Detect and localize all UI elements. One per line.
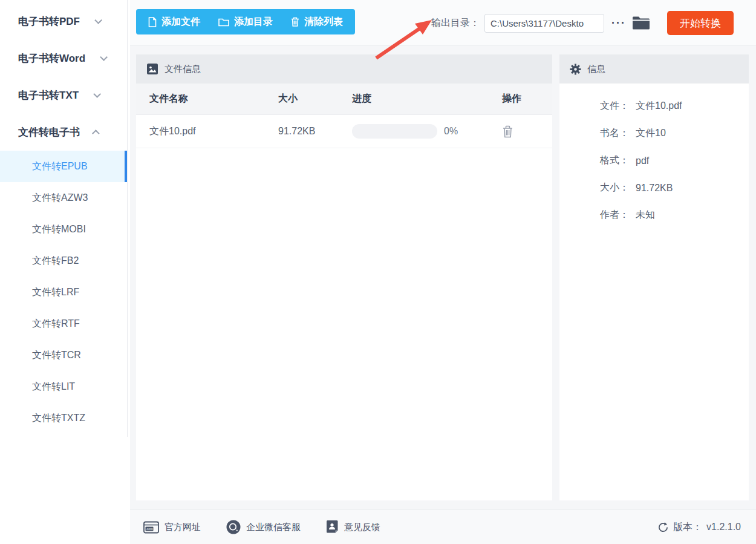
sidebar-item-label: 文件转LIT	[32, 381, 75, 393]
info-value: pdf	[636, 156, 649, 166]
sidebar-group-label: 电子书转Word	[18, 51, 85, 65]
info-label: 大小：	[559, 182, 629, 194]
sidebar: 电子书转PDF 电子书转Word 电子书转TXT 文件转电子书 文件转EPUB …	[0, 0, 130, 544]
chevron-down-icon	[93, 90, 101, 98]
toolbar: 添加文件 添加目录 清除列表 输出目录： ···	[130, 0, 756, 46]
image-icon	[146, 63, 158, 75]
file-name-cell: 文件10.pdf	[149, 125, 278, 138]
sidebar-divider	[127, 0, 128, 437]
sidebar-item-file-to-tcr[interactable]: 文件转TCR	[0, 339, 128, 371]
sidebar-item-label: 文件转MOBI	[32, 223, 86, 236]
sidebar-item-label: 文件转LRF	[32, 286, 79, 299]
trash-icon	[502, 125, 513, 138]
main-area: 添加文件 添加目录 清除列表 输出目录： ···	[130, 0, 756, 544]
sidebar-item-file-to-fb2[interactable]: 文件转FB2	[0, 245, 128, 277]
info-value: 未知	[636, 209, 655, 221]
sidebar-item-file-to-txtz[interactable]: 文件转TXTZ	[0, 402, 128, 434]
sidebar-item-file-to-azw3[interactable]: 文件转AZW3	[0, 182, 128, 214]
column-header-size: 大小	[278, 93, 352, 105]
info-fields: 文件： 文件10.pdf 书名： 文件10 格式： pdf 大小： 91.72K…	[559, 84, 749, 229]
sidebar-group-file-to-ebook[interactable]: 文件转电子书	[0, 114, 130, 151]
sidebar-item-file-to-lit[interactable]: 文件转LIT	[0, 371, 128, 402]
sidebar-item-label: 文件转FB2	[32, 255, 79, 267]
info-row-size: 大小： 91.72KB	[559, 174, 749, 202]
clear-list-button[interactable]: 清除列表	[291, 16, 343, 28]
info-panel-header: 信息	[559, 54, 749, 84]
folder-icon	[218, 18, 229, 27]
version-info[interactable]: 版本： v1.2.1.0	[657, 521, 741, 534]
sidebar-menu: 电子书转PDF 电子书转Word 电子书转TXT 文件转电子书 文件转EPUB …	[0, 0, 130, 434]
chevron-up-icon	[92, 129, 100, 137]
version-value: v1.2.1.0	[706, 522, 741, 533]
start-convert-button[interactable]: 开始转换	[667, 11, 734, 35]
info-value: 文件10.pdf	[636, 100, 682, 113]
sidebar-group-label: 文件转电子书	[18, 125, 80, 139]
sidebar-group-ebook-to-txt[interactable]: 电子书转TXT	[0, 77, 130, 114]
file-info-panel: 文件信息 文件名称 大小 进度 操作 文件10.pdf 91.72KB 0%	[136, 54, 552, 500]
column-header-action: 操作	[502, 93, 552, 105]
gear-icon	[570, 64, 581, 75]
sidebar-group-ebook-to-word[interactable]: 电子书转Word	[0, 40, 130, 77]
refresh-icon	[657, 522, 669, 533]
add-directory-label: 添加目录	[234, 16, 273, 28]
progress-cell: 0%	[352, 124, 502, 139]
output-directory-input[interactable]	[484, 14, 604, 33]
info-row-format: 格式： pdf	[559, 147, 749, 174]
progress-percent-label: 0%	[444, 126, 458, 137]
svg-text:.com: .com	[146, 527, 153, 531]
sidebar-item-file-to-mobi[interactable]: 文件转MOBI	[0, 214, 128, 245]
add-file-button[interactable]: 添加文件	[148, 16, 200, 28]
version-label: 版本：	[673, 521, 702, 534]
info-row-bookname: 书名： 文件10	[559, 120, 749, 147]
feedback-link[interactable]: 意见反馈	[326, 520, 380, 534]
sidebar-group-ebook-to-pdf[interactable]: 电子书转PDF	[0, 3, 130, 40]
delete-file-button[interactable]	[502, 125, 552, 138]
footer-link-label: 企业微信客服	[246, 522, 301, 533]
table-row[interactable]: 文件10.pdf 91.72KB 0%	[136, 115, 552, 148]
chevron-down-icon	[100, 53, 108, 61]
official-website-link[interactable]: .com 官方网址	[143, 521, 201, 534]
output-directory-label: 输出目录：	[431, 17, 480, 30]
wechat-support-link[interactable]: 企业微信客服	[226, 520, 301, 534]
website-icon: .com	[143, 521, 159, 534]
sidebar-item-file-to-epub[interactable]: 文件转EPUB	[0, 151, 128, 182]
sidebar-item-file-to-rtf[interactable]: 文件转RTF	[0, 308, 128, 339]
open-folder-button[interactable]	[632, 16, 650, 30]
file-info-panel-header: 文件信息	[136, 54, 552, 84]
sidebar-submenu: 文件转EPUB 文件转AZW3 文件转MOBI 文件转FB2 文件转LRF 文件…	[0, 151, 130, 434]
sidebar-group-label: 电子书转TXT	[18, 88, 79, 102]
info-panel-title: 信息	[587, 64, 605, 75]
info-label: 格式：	[559, 154, 629, 167]
footer: .com 官方网址 企业微信客服 意见反馈	[130, 510, 756, 544]
sidebar-item-label: 文件转RTF	[32, 318, 80, 330]
file-table-header: 文件名称 大小 进度 操作	[136, 84, 552, 115]
footer-link-label: 官方网址	[165, 522, 201, 533]
file-actions-group: 添加文件 添加目录 清除列表	[136, 9, 355, 34]
sidebar-item-label: 文件转AZW3	[32, 192, 88, 205]
feedback-icon	[326, 520, 339, 534]
clear-list-label: 清除列表	[304, 16, 343, 28]
sidebar-item-file-to-lrf[interactable]: 文件转LRF	[0, 277, 128, 308]
info-row-author: 作者： 未知	[559, 202, 749, 229]
info-label: 作者：	[559, 209, 629, 221]
chevron-down-icon	[94, 16, 102, 24]
output-directory-cluster: 输出目录： ··· 开始转换	[431, 0, 734, 46]
info-value: 文件10	[636, 127, 666, 140]
column-header-progress: 进度	[352, 93, 502, 105]
file-info-panel-title: 文件信息	[165, 64, 201, 75]
column-header-name: 文件名称	[149, 93, 278, 105]
add-directory-button[interactable]: 添加目录	[218, 16, 273, 28]
file-size-cell: 91.72KB	[278, 126, 352, 137]
sidebar-item-label: 文件转TCR	[32, 349, 81, 362]
sidebar-group-label: 电子书转PDF	[18, 15, 80, 28]
sidebar-item-label: 文件转TXTZ	[32, 412, 85, 425]
info-row-file: 文件： 文件10.pdf	[559, 93, 749, 120]
add-file-label: 添加文件	[161, 16, 200, 28]
progress-bar	[352, 124, 437, 139]
folder-filled-icon	[632, 16, 650, 30]
browse-more-button[interactable]: ···	[611, 18, 626, 28]
sidebar-item-label: 文件转EPUB	[32, 160, 88, 173]
info-label: 文件：	[559, 100, 629, 113]
info-value: 91.72KB	[636, 183, 673, 194]
info-label: 书名：	[559, 127, 629, 140]
